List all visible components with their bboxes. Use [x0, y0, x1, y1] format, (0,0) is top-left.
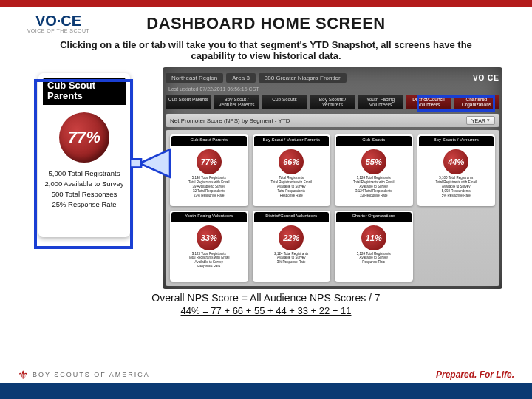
segment-card[interactable]: Charter Organizations 11% 5,124 Total Re…	[335, 211, 413, 282]
page-title: DASHBOARD HOME SCREEN	[99, 14, 433, 33]
segment-card[interactable]: Cub Scouts 55% 3,124 Total Registrants T…	[335, 134, 413, 205]
header-row: VO·CE VOICE OF THE SCOUT DASHBOARD HOME …	[0, 7, 532, 36]
card-title: Cub Scout Parents	[171, 136, 247, 146]
card-stat: 32 Total Respondents	[188, 189, 229, 194]
highlight-stat: 25% Response Rate	[44, 200, 123, 210]
svg-rect-1	[130, 159, 141, 167]
svg-marker-0	[140, 149, 170, 177]
highlight-tile-header: Cub Scout Parents	[43, 78, 126, 105]
screenshot-area: Cub Scout Parents 77% 5,000 Total Regist…	[30, 67, 502, 289]
segment-card[interactable]: Cub Scout Parents 77% 5,130 Total Regist…	[170, 134, 248, 205]
segment-card[interactable]: District/Council Volunteers 22% 2,124 To…	[253, 211, 331, 282]
tab-youth-vol[interactable]: Youth-Facing Volunteers	[358, 95, 403, 109]
card-stats: 3,123 Total Registrants Total Registrant…	[188, 252, 229, 269]
card-stat: 3% Response Rate	[274, 260, 308, 265]
year-dropdown[interactable]: YEAR ▾	[466, 116, 495, 125]
card-pct: 44%	[443, 149, 468, 174]
card-stat: 23% Response Rate	[188, 194, 229, 198]
dashboard-logo: VO CE	[473, 74, 499, 82]
card-title: Boy Scout / Venturer Parents	[254, 136, 330, 146]
card-stat: Response Rate	[271, 194, 312, 198]
segment-tabs: Cub Scout Parents Boy Scout / Venturer P…	[166, 95, 499, 109]
tab-district-vol[interactable]: District/Council Volunteers	[406, 95, 451, 109]
tab-boy-parents[interactable]: Boy Scout / Venturer Parents	[214, 95, 259, 109]
footer-blue-bar	[0, 383, 532, 399]
segment-card[interactable]: Boy Scout / Venturer Parents 66% Total R…	[253, 134, 331, 205]
footer: ⚜ BOY SCOUTS OF AMERICA Prepared. For Li…	[0, 366, 532, 399]
top-red-bar	[0, 0, 532, 7]
card-title: District/Council Volunteers	[254, 212, 330, 222]
last-updated: Last updated 07/22/2011 06:56:16 CST	[166, 85, 499, 93]
card-pct: 33%	[197, 225, 222, 250]
card-pct: 22%	[279, 225, 304, 250]
formula-overall: Overall NPS Score = All Audience NPS Sco…	[0, 292, 532, 304]
highlight-stat: 2,000 Available to Survey	[44, 179, 123, 189]
tagline: Prepared. For Life.	[436, 369, 514, 380]
nps-title: Net Promoter Score (NPS) by Segment - YT…	[170, 117, 290, 124]
bsa-brand: ⚜ BOY SCOUTS OF AMERICA	[18, 368, 150, 382]
card-stat: 33 Response Rate	[353, 194, 394, 198]
card-stat: 39 Available to Survey	[188, 185, 229, 189]
card-stats: 3,124 Total Registrants Total Registrant…	[353, 176, 394, 197]
voice-logo: VO·CE VOICE OF THE SCOUT	[18, 13, 99, 33]
breadcrumb[interactable]: 380 Greater Niagara Frontier	[259, 73, 347, 83]
formula-example: 44% = 77 + 66 + 55 + 44 + 33 + 22 + 11	[0, 305, 532, 316]
page-subtitle: Clicking on a tile or tab will take you …	[44, 39, 488, 61]
highlight-stats: 5,000 Total Registrants 2,000 Available …	[44, 168, 123, 211]
voice-logo-text: VO·CE	[35, 13, 81, 28]
nps-header-bar: Net Promoter Score (NPS) by Segment - YT…	[166, 114, 499, 127]
highlight-tile[interactable]: Cub Scout Parents 77% 5,000 Total Regist…	[38, 73, 130, 237]
breadcrumb[interactable]: Area 3	[226, 73, 256, 83]
tab-chartered[interactable]: Chartered Organizations	[454, 95, 499, 109]
tab-cub-scouts[interactable]: Cub Scouts	[262, 95, 307, 109]
highlight-stat: 5,000 Total Registrants	[44, 168, 123, 179]
card-title: Charter Organizations	[336, 212, 412, 222]
segment-grid: Cub Scout Parents 77% 5,130 Total Regist…	[166, 130, 499, 286]
card-title: Boy Scouts / Venturers	[419, 136, 494, 146]
card-title: Youth-Facing Volunteers	[171, 212, 247, 222]
dashboard-panel: Northeast Region Area 3 380 Greater Niag…	[163, 67, 502, 289]
highlight-stat: 500 Total Responses	[44, 189, 123, 200]
breadcrumb[interactable]: Northeast Region	[166, 73, 223, 83]
year-dropdown-label: YEAR	[471, 118, 485, 123]
fleur-de-lis-icon: ⚜	[18, 368, 28, 382]
card-stat: 5% Response Rate	[436, 194, 477, 198]
highlight-header-l1: Cub Scout	[47, 80, 95, 91]
bsa-text: BOY SCOUTS OF AMERICA	[33, 371, 150, 378]
chevron-down-icon: ▾	[487, 117, 490, 123]
card-stats: 2,124 Total Registrants Available to Sur…	[274, 252, 308, 265]
card-pct: 11%	[361, 225, 386, 250]
card-pct: 66%	[279, 149, 304, 174]
segment-card[interactable]: Boy Scouts / Venturers 44% 5,100 Total R…	[417, 134, 496, 205]
card-stats: 5,100 Total Registrants Total Registrant…	[436, 176, 477, 197]
dashboard-breadcrumbs: Northeast Region Area 3 380 Greater Niag…	[166, 70, 499, 85]
tab-boy-scouts[interactable]: Boy Scouts / Venturers	[310, 95, 355, 109]
voice-logo-sub: VOICE OF THE SCOUT	[18, 28, 99, 33]
callout-arrow-icon	[130, 141, 171, 185]
tab-cub-parents[interactable]: Cub Scout Parents	[166, 95, 211, 109]
card-pct: 77%	[197, 149, 222, 174]
card-pct: 55%	[361, 149, 386, 174]
highlight-pct: 77%	[59, 112, 109, 163]
card-stat: 3,124 Total Respondents	[353, 189, 394, 194]
card-stat: Response Rate	[188, 265, 229, 269]
formula-block: Overall NPS Score = All Audience NPS Sco…	[0, 292, 532, 316]
card-stats: 5,124 Total Registrants Available to Sur…	[357, 252, 391, 265]
card-stats: 5,130 Total Registrants Total Registrant…	[188, 176, 229, 197]
highlight-header-l2: Parents	[47, 90, 83, 101]
card-stats: Total Registrants Total Registrants with…	[271, 176, 312, 197]
segment-card[interactable]: Youth-Facing Volunteers 33% 3,123 Total …	[170, 211, 248, 282]
card-stat: Response Rate	[357, 260, 391, 265]
card-stat: 5,092 Respondents	[436, 189, 477, 194]
card-title: Cub Scouts	[336, 136, 412, 146]
footer-brand-bar: ⚜ BOY SCOUTS OF AMERICA Prepared. For Li…	[0, 366, 532, 383]
